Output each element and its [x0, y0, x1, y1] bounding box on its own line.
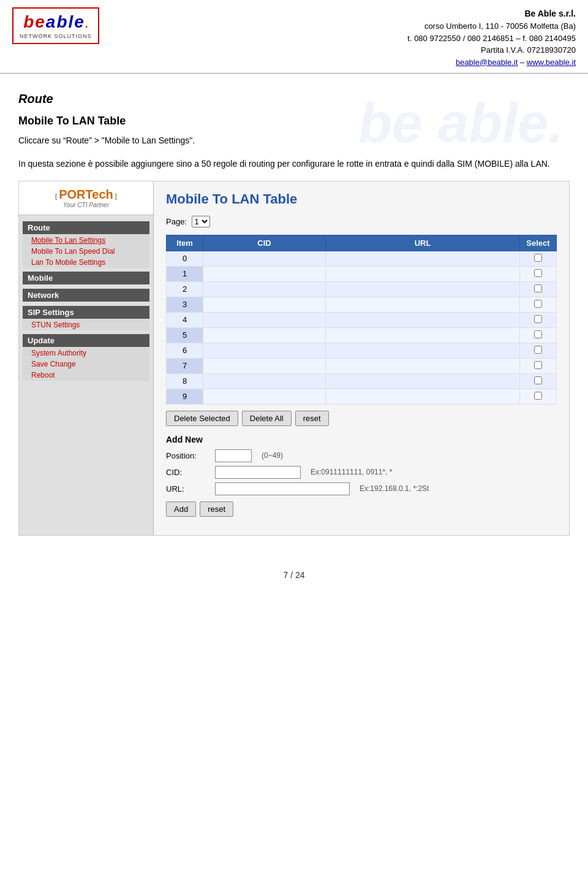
sidebar-section-network: Network — [19, 286, 153, 303]
logo-subtitle: NETWORK SOLUTIONS — [20, 33, 92, 39]
position-hint: (0~49) — [262, 451, 283, 460]
table-cell-item: 8 — [167, 373, 203, 389]
main-title: Mobile To LAN Table — [166, 191, 557, 207]
cid-hint: Ex:0911111111, 0911*, * — [311, 468, 392, 476]
col-header-item: Item — [167, 235, 203, 251]
table-cell-item: 5 — [167, 327, 203, 343]
row-checkbox[interactable] — [534, 376, 542, 384]
row-checkbox[interactable] — [534, 330, 542, 338]
row-checkbox[interactable] — [534, 346, 542, 354]
logo-able: able — [46, 12, 85, 32]
url-input[interactable] — [215, 482, 350, 495]
table-row: 3 — [167, 297, 557, 312]
col-header-url: URL — [326, 235, 520, 251]
add-button-row: Add reset — [166, 501, 557, 517]
delete-all-button[interactable]: Delete All — [242, 411, 292, 426]
page-footer: 7 / 24 — [0, 560, 588, 590]
website-link[interactable]: www.beable.it — [527, 58, 576, 67]
table-cell-url — [326, 389, 520, 404]
table-cell-url — [326, 373, 520, 389]
row-checkbox[interactable] — [534, 315, 542, 323]
table-cell-url — [326, 327, 520, 343]
section-title: Route — [18, 92, 570, 106]
table-cell-select[interactable] — [520, 389, 557, 404]
page-label: Page: — [166, 217, 187, 226]
cid-input[interactable] — [215, 466, 301, 479]
sidebar-item-save-change[interactable]: Save Change — [23, 359, 149, 370]
sidebar-item-mobile-to-lan-settings[interactable]: Mobile To Lan Settings — [23, 235, 149, 246]
table-cell-item: 0 — [167, 251, 203, 266]
table-row: 0 — [167, 251, 557, 266]
col-header-select: Select — [520, 235, 557, 251]
position-input[interactable] — [215, 449, 252, 462]
main-panel: [ PORTech ] Your CTI Partner Route Mobil… — [18, 181, 570, 536]
sidebar-header-network[interactable]: Network — [23, 289, 149, 302]
row-checkbox[interactable] — [534, 269, 542, 277]
table-cell-select[interactable] — [520, 358, 557, 373]
sidebar-item-stun-settings[interactable]: STUN Settings — [23, 319, 149, 330]
company-name: Be Able s.r.l. — [407, 7, 576, 20]
table-cell-select[interactable] — [520, 251, 557, 266]
table-cell-item: 1 — [167, 266, 203, 281]
add-button[interactable]: Add — [166, 501, 196, 517]
table-cell-item: 9 — [167, 389, 203, 404]
reset-button-top[interactable]: reset — [295, 411, 329, 426]
row-checkbox[interactable] — [534, 254, 542, 262]
sidebar: [ PORTech ] Your CTI Partner Route Mobil… — [19, 181, 154, 535]
table-cell-select[interactable] — [520, 297, 557, 312]
row-checkbox[interactable] — [534, 300, 542, 308]
address-line2: t. 080 9722550 / 080 2146851 – f. 080 21… — [407, 32, 576, 45]
table-cell-select[interactable] — [520, 373, 557, 389]
table-cell-cid — [203, 251, 326, 266]
position-label: Position: — [166, 451, 215, 460]
table-cell-item: 3 — [167, 297, 203, 312]
button-row: Delete Selected Delete All reset — [166, 411, 557, 426]
sidebar-item-reboot[interactable]: Reboot — [23, 370, 149, 381]
reset-button-bottom[interactable]: reset — [200, 501, 233, 517]
table-cell-select[interactable] — [520, 343, 557, 358]
table-cell-select[interactable] — [520, 327, 557, 343]
url-label: URL: — [166, 484, 215, 493]
add-new-title: Add New — [166, 435, 557, 444]
sidebar-header-mobile[interactable]: Mobile — [23, 272, 149, 284]
table-cell-select[interactable] — [520, 281, 557, 297]
table-cell-item: 2 — [167, 281, 203, 297]
url-hint: Ex:192.168.0.1, *:2St — [360, 484, 429, 493]
url-row: URL: Ex:192.168.0.1, *:2St — [166, 482, 557, 495]
table-cell-cid — [203, 327, 326, 343]
sidebar-section-route: Route Mobile To Lan Settings Mobile To L… — [19, 219, 153, 269]
table-cell-cid — [203, 281, 326, 297]
table-cell-url — [326, 297, 520, 312]
row-checkbox[interactable] — [534, 361, 542, 369]
email-link[interactable]: beable@beable.it — [456, 58, 518, 67]
table-cell-item: 4 — [167, 312, 203, 327]
page-select[interactable]: 1 2 3 4 5 — [192, 216, 210, 227]
table-row: 2 — [167, 281, 557, 297]
table-row: 9 — [167, 389, 557, 404]
sidebar-item-lan-to-mobile-settings[interactable]: Lan To Mobile Settings — [23, 257, 149, 268]
sidebar-header-route[interactable]: Route — [23, 221, 149, 234]
contact-links: beable@beable.it – www.beable.it — [407, 56, 576, 69]
delete-selected-button[interactable]: Delete Selected — [166, 411, 238, 426]
sidebar-item-system-authority[interactable]: System Authority — [23, 348, 149, 359]
row-checkbox[interactable] — [534, 284, 542, 292]
table-cell-select[interactable] — [520, 312, 557, 327]
cid-label: CID: — [166, 468, 215, 477]
portech-bracket-open: [ PORTech ] — [25, 188, 147, 202]
table-row: 4 — [167, 312, 557, 327]
sidebar-header-sip[interactable]: SIP Settings — [23, 306, 149, 319]
table-cell-select[interactable] — [520, 266, 557, 281]
table-cell-url — [326, 343, 520, 358]
add-new-section: Add New Position: (0~49) CID: Ex:0911111… — [166, 435, 557, 517]
sidebar-section-update: Update System Authority Save Change Rebo… — [19, 332, 153, 382]
page-content: Route Mobile To LAN Table Cliccare su “R… — [0, 74, 588, 548]
sidebar-item-mobile-to-lan-speed-dial[interactable]: Mobile To Lan Speed Dial — [23, 246, 149, 257]
address-line3: Partita I.V.A. 07218930720 — [407, 44, 576, 56]
sidebar-header-update[interactable]: Update — [23, 334, 149, 347]
logo-be: be — [23, 12, 46, 32]
row-checkbox[interactable] — [534, 392, 542, 400]
portech-name: PORTech — [59, 188, 113, 201]
logo-area: be able . NETWORK SOLUTIONS — [12, 7, 99, 44]
table-cell-cid — [203, 312, 326, 327]
description1: Cliccare su “Route” > "Mobile to Lan Set… — [18, 134, 570, 147]
